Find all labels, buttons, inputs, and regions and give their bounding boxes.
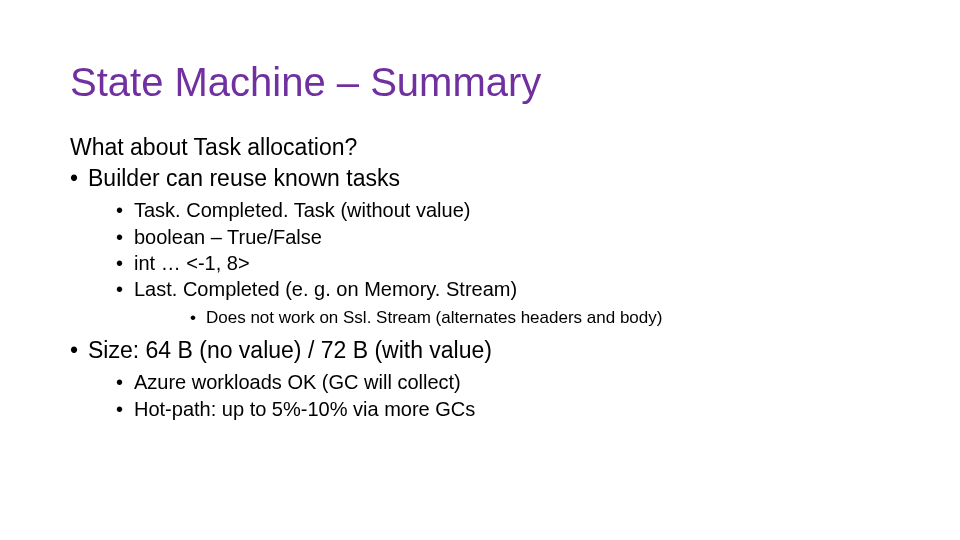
list-item: Builder can reuse known tasks Task. Comp… [70,164,890,330]
list-item: Does not work on Ssl. Stream (alternates… [190,307,890,330]
slide: State Machine – Summary What about Task … [0,0,960,540]
bullet-text: Task. Completed. Task (without value) [134,199,470,221]
bullet-text: Azure workloads OK (GC will collect) [134,371,461,393]
bullet-text: boolean – True/False [134,226,322,248]
list-item: Azure workloads OK (GC will collect) [116,369,890,395]
list-item: Hot-path: up to 5%-10% via more GCs [116,396,890,422]
lead-text: What about Task allocation? [70,133,890,162]
bullet-list: Builder can reuse known tasks Task. Comp… [70,164,890,422]
sub-list: Azure workloads OK (GC will collect) Hot… [88,369,890,422]
bullet-text: int … <-1, 8> [134,252,250,274]
list-item: Last. Completed (e. g. on Memory. Stream… [116,276,890,329]
list-item: Size: 64 B (no value) / 72 B (with value… [70,336,890,422]
list-item: int … <-1, 8> [116,250,890,276]
bullet-text: Last. Completed (e. g. on Memory. Stream… [134,278,517,300]
bullet-text: Does not work on Ssl. Stream (alternates… [206,308,662,327]
bullet-text: Size: 64 B (no value) / 72 B (with value… [88,337,492,363]
sub-list: Task. Completed. Task (without value) bo… [88,197,890,330]
list-item: Task. Completed. Task (without value) [116,197,890,223]
sub-sub-list: Does not work on Ssl. Stream (alternates… [134,307,890,330]
bullet-text: Builder can reuse known tasks [88,165,400,191]
slide-title: State Machine – Summary [70,60,890,105]
list-item: boolean – True/False [116,224,890,250]
bullet-text: Hot-path: up to 5%-10% via more GCs [134,398,475,420]
